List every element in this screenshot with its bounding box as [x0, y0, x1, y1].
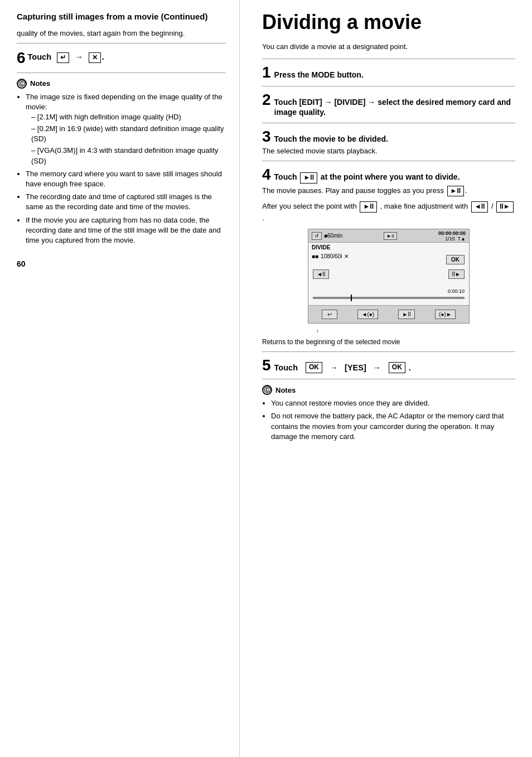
step-6-number: 6 — [17, 49, 26, 67]
step-2-line: 2 Touch [EDIT] → [DIVIDE] → select the d… — [262, 92, 515, 117]
cam-fraction: 1/15 T▲ — [438, 236, 466, 242]
notes-section-right: Ⓒ Notes You cannot restore movies once t… — [262, 385, 515, 442]
cam-quality-row: ■■ 1080/60i ✕ — [308, 252, 469, 261]
step-6-back-icon[interactable]: ↵ — [57, 52, 69, 64]
cam-returns-arrow: ↑ — [316, 328, 319, 334]
step-2-number: 2 — [262, 92, 271, 108]
note-item-3: The recording date and time of captured … — [26, 192, 226, 212]
cam-step-right-button[interactable]: II► — [448, 269, 465, 279]
step-5-ok1-btn[interactable]: OK — [306, 362, 322, 373]
cam-top-bar: ↺ ■60min ►II 00:00:00:00 1/15 T▲ — [308, 229, 469, 243]
step-3-label: Touch the movie to be divided. — [274, 134, 388, 144]
after-right-btn[interactable]: II► — [496, 201, 514, 213]
note-sub-1b: [0.2M] in 16:9 (wide) with standard defi… — [31, 124, 226, 144]
right-divider-0 — [262, 59, 515, 59]
step-1-line: 1 Press the MODE button. — [262, 65, 515, 80]
cam-bot-btn-4[interactable]: (●)► — [435, 310, 456, 319]
right-divider-3 — [262, 161, 515, 161]
left-section-title: Capturing still images from a movie (Con… — [17, 11, 226, 22]
play-pause-btn-label[interactable]: ►II — [300, 172, 317, 184]
step-5-line: 5 Touch OK → [YES] → OK. — [262, 358, 515, 373]
cam-ok-button[interactable]: OK — [446, 255, 465, 264]
right-main-title: Dividing a movie — [262, 11, 515, 33]
notes-header-right: Ⓒ Notes — [262, 385, 515, 395]
cam-counter-block: 00:00:00:00 1/15 T▲ — [438, 230, 466, 242]
notes-section-left: Ⓒ Notes The image size is fixed dependin… — [17, 79, 226, 246]
cam-quality-icon: ■■ — [312, 253, 318, 259]
cam-play-pause-button[interactable]: ►II — [384, 232, 397, 240]
step-6-line: 6 Touch ↵ → ✕. — [17, 49, 226, 67]
left-column: Capturing still images from a movie (Con… — [0, 0, 240, 757]
cam-quality-text: 1080/60i — [321, 253, 342, 259]
step-5-arrow2: → — [373, 363, 381, 372]
note-item-2: The memory card where you want to save s… — [26, 169, 226, 189]
page-number: 60 — [17, 248, 226, 268]
step-5-label: Touch OK → [YES] → OK. — [274, 362, 411, 373]
note-sub-list-1: [2.1M] with high definition image qualit… — [26, 112, 226, 166]
after-left-btn[interactable]: ◄II — [471, 201, 489, 213]
step-1-label: Press the MODE button. — [274, 70, 364, 80]
camera-ui-diagram: ↺ ■60min ►II 00:00:00:00 1/15 T▲ DIVIDE … — [308, 229, 470, 324]
cam-timeline-position — [351, 295, 352, 301]
after-text-1: After you select the point with — [262, 202, 357, 210]
cam-check-icon: ✕ — [344, 253, 349, 259]
step-6-touch-text: Touch — [28, 52, 51, 61]
step-5-touch: Touch — [274, 363, 298, 372]
cam-step-left-button[interactable]: ◄II — [313, 269, 329, 279]
cam-divide-row: DIVIDE — [308, 243, 469, 252]
right-divider-1 — [262, 86, 515, 86]
quality-intro-text: quality of the movies, start again from … — [17, 29, 226, 37]
left-top-section: Capturing still images from a movie (Con… — [17, 11, 226, 37]
cam-bot-btn-3[interactable]: ►II — [398, 310, 414, 319]
note-item-1: The image size is fixed depending on the… — [26, 92, 226, 166]
play-pause-inline-btn[interactable]: ►II — [447, 186, 465, 197]
step-5-number: 5 — [262, 358, 271, 373]
step-2-label: Touch [EDIT] → [DIVIDE] → select the des… — [274, 97, 515, 117]
notes-icon-right: Ⓒ — [262, 385, 272, 395]
notes-label-left: Notes — [30, 79, 50, 88]
step-1-number: 1 — [262, 65, 271, 80]
step-6-touch-label: Touch ↵ → ✕. — [28, 52, 104, 64]
after-slash: / — [491, 202, 495, 210]
right-divider-6 — [262, 379, 515, 379]
step-5-ok2-btn[interactable]: OK — [389, 362, 405, 373]
cam-timeline — [313, 294, 465, 302]
notes-list-right: You cannot restore movies once they are … — [262, 398, 515, 442]
step-3-block: 3 Touch the movie to be divided. The sel… — [262, 129, 515, 155]
note-sub-1a: [2.1M] with high definition image qualit… — [31, 112, 226, 122]
step-5-arrow1: → — [330, 363, 338, 372]
cam-bot-btn-1[interactable]: ↩ — [322, 310, 337, 319]
returns-text: Returns to the beginning of the selected… — [262, 338, 515, 346]
after-dot: . — [262, 214, 264, 222]
step-4-line: 4 Touch ►II at the point where you want … — [262, 167, 515, 184]
step-4-label: Touch ►II at the point where you want to… — [274, 172, 460, 184]
cam-timeline-bar — [313, 297, 465, 299]
cam-bottom-bar: ↩ ◄(●) ►II (●)► — [308, 305, 469, 323]
cam-divide-label: DIVIDE — [312, 244, 330, 250]
cam-time-value: 0:00:10 — [448, 288, 465, 294]
step-6-block: 6 Touch ↵ → ✕. — [17, 49, 226, 67]
after-play-pause-btn[interactable]: ►II — [360, 201, 377, 213]
cam-battery-label: ■60min — [324, 233, 342, 239]
step-4-block: 4 Touch ►II at the point where you want … — [262, 167, 515, 196]
cam-top-left: ↺ ■60min — [312, 232, 342, 240]
step-3-number: 3 — [262, 129, 271, 144]
divider-1 — [17, 43, 226, 44]
after-text-block: After you select the point with ►II , ma… — [262, 201, 515, 223]
step-6-arrow: → — [75, 52, 83, 61]
notes-icon-left: Ⓒ — [17, 79, 27, 89]
cam-bot-btn-2[interactable]: ◄(●) — [357, 310, 378, 319]
divider-2 — [17, 73, 226, 73]
right-note-2: Do not remove the battery pack, the AC A… — [271, 411, 515, 442]
step-5-yes-label: [YES] — [345, 363, 366, 372]
step-1-block: 1 Press the MODE button. — [262, 65, 515, 80]
after-text-2: , make fine adjustment with — [380, 202, 468, 210]
notes-label-right: Notes — [275, 386, 296, 394]
step-6-x-icon[interactable]: ✕ — [89, 52, 101, 64]
right-note-1: You cannot restore movies once they are … — [271, 398, 515, 408]
cam-back-button[interactable]: ↺ — [312, 232, 322, 240]
note-item-4: If the movie you are capturing from has … — [26, 215, 226, 246]
note-text-1: The image size is fixed depending on the… — [26, 93, 223, 111]
step-2-block: 2 Touch [EDIT] → [DIVIDE] → select the d… — [262, 92, 515, 117]
notes-list-left: The image size is fixed depending on the… — [17, 92, 226, 246]
